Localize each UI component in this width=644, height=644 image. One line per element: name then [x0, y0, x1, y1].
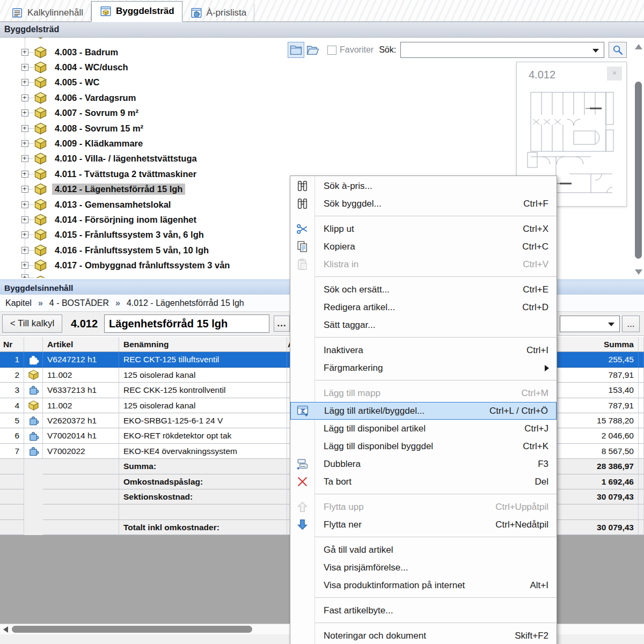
- expand-icon[interactable]: [21, 155, 28, 162]
- tab-a-prislista[interactable]: À-prislista: [182, 4, 255, 21]
- search-label: Sök:: [379, 45, 396, 55]
- breadcrumb-part[interactable]: 4.012 - Lägenhetsförråd 15 lgh: [127, 298, 244, 308]
- expand-icon[interactable]: [21, 216, 28, 223]
- expand-icon[interactable]: [21, 262, 28, 269]
- search-combobox[interactable]: [400, 42, 604, 58]
- right-combobox[interactable]: [560, 316, 620, 332]
- expand-icon[interactable]: [21, 140, 28, 147]
- expand-icon[interactable]: [21, 94, 28, 101]
- column-header-nr[interactable]: Nr: [0, 337, 24, 352]
- menu-item[interactable]: Gå till vald artikel: [290, 541, 557, 559]
- scrollbar-thumb[interactable]: [12, 626, 252, 633]
- duplicate-icon: [290, 455, 314, 473]
- menu-item[interactable]: [290, 334, 557, 341]
- tree-item[interactable]: 4.007 - Sovrum 9 m²: [0, 106, 301, 121]
- menu-item[interactable]: Flytta ner Ctrl+Nedåtpil: [290, 516, 557, 533]
- tree-item[interactable]: [0, 38, 301, 45]
- expand-icon[interactable]: [21, 79, 28, 86]
- cell-artikel: V7002014 h1: [43, 428, 119, 443]
- tree-item[interactable]: 4.003 - Badrum: [0, 45, 301, 60]
- tab-byggdelstrad[interactable]: Byggdelsträd: [91, 1, 182, 22]
- tree-item[interactable]: 4.017 - Ombyggnad frånluftssystem 3 vån: [0, 258, 301, 273]
- column-header-summa[interactable]: Summa: [558, 337, 639, 352]
- menu-item[interactable]: Ta bort Del: [290, 473, 557, 491]
- menu-item[interactable]: Visa produktinformation på internet Alt+…: [290, 576, 557, 594]
- scroll-left-icon[interactable]: [3, 626, 8, 633]
- menu-item[interactable]: Noteringar och dokument Skift+F2: [290, 627, 557, 644]
- back-to-calc-button[interactable]: < Till kalkyl: [2, 314, 62, 333]
- scrollbar-thumb[interactable]: [635, 82, 642, 259]
- menu-item[interactable]: Visa prisjämförelse...: [290, 559, 557, 576]
- column-header-benamning[interactable]: Benämning: [119, 337, 287, 352]
- menu-item[interactable]: Redigera artikel... Ctrl+D: [290, 298, 557, 316]
- menu-item[interactable]: Kopiera Ctrl+C: [290, 238, 557, 255]
- menu-item[interactable]: Sök byggdel... Ctrl+F: [290, 195, 557, 213]
- menu-item[interactable]: [290, 491, 557, 498]
- menu-item[interactable]: Sök à-pris...: [290, 177, 557, 195]
- scroll-down-icon[interactable]: [635, 269, 642, 275]
- tree-item[interactable]: 4.008 - Sovrum 15 m²: [0, 121, 301, 136]
- search-button[interactable]: [609, 42, 627, 58]
- menu-item-shortcut: Ctrl+C: [522, 241, 557, 252]
- expand-icon[interactable]: [21, 49, 28, 56]
- menu-item[interactable]: [290, 377, 557, 384]
- tree-item[interactable]: 4.011 - Tvättstuga 2 tvättmaskiner: [0, 166, 301, 181]
- expand-icon[interactable]: [21, 247, 28, 254]
- menu-item-shortcut: Alt+I: [530, 580, 557, 591]
- menu-item-shortcut: Ctrl+K: [523, 441, 557, 452]
- tree-item[interactable]: [0, 273, 301, 278]
- tree-item[interactable]: 4.016 - Frånluftssystem 5 vån, 10 lgh: [0, 243, 301, 258]
- expand-icon[interactable]: [21, 201, 28, 208]
- menu-item[interactable]: Klipp ut Ctrl+X: [290, 220, 557, 238]
- expand-icon[interactable]: [21, 125, 28, 132]
- cell-summa: 8 567,50: [558, 444, 639, 459]
- expand-icon[interactable]: [21, 274, 28, 278]
- column-header-artikel[interactable]: Artikel: [43, 337, 119, 352]
- menu-item[interactable]: Färgmarkering: [290, 359, 557, 377]
- breadcrumb-part[interactable]: Kapitel: [5, 298, 32, 308]
- breadcrumb-part[interactable]: 4 - BOSTÄDER: [49, 298, 109, 308]
- tree-item[interactable]: 4.005 - WC: [0, 75, 301, 90]
- menu-item[interactable]: Lägg till artikel/byggdel... Ctrl+L / Ct…: [290, 402, 557, 420]
- tree-item[interactable]: 4.009 - Klädkammare: [0, 136, 301, 151]
- expand-icon[interactable]: [21, 171, 28, 178]
- tree-item[interactable]: 4.014 - Försörjning inom lägenhet: [0, 212, 301, 227]
- column-header-icon[interactable]: [24, 337, 43, 352]
- menu-item[interactable]: [290, 594, 557, 602]
- expand-icon[interactable]: [21, 186, 28, 193]
- right-more-button[interactable]: ...: [622, 316, 640, 332]
- expand-icon[interactable]: [21, 64, 28, 71]
- cube-icon: [33, 167, 48, 181]
- chevron-down-icon[interactable]: [592, 49, 599, 53]
- more-button[interactable]: ...: [274, 316, 290, 332]
- expand-icon[interactable]: [21, 109, 28, 116]
- search-input[interactable]: [401, 42, 588, 57]
- close-icon[interactable]: ×: [607, 67, 622, 80]
- menu-item[interactable]: Dubblera F3: [290, 455, 557, 473]
- folder-closed-button[interactable]: [288, 42, 304, 58]
- expand-icon[interactable]: [21, 231, 28, 238]
- tree-item[interactable]: 4.015 - Frånluftssystem 3 vån, 6 lgh: [0, 228, 301, 243]
- menu-item[interactable]: [290, 273, 557, 281]
- section-name-input[interactable]: [104, 314, 269, 333]
- menu-item[interactable]: Sätt taggar...: [290, 316, 557, 334]
- scroll-up-icon[interactable]: [635, 44, 642, 49]
- tree-item[interactable]: 4.006 - Vardagsrum: [0, 90, 301, 105]
- favorites-checkbox[interactable]: [327, 46, 336, 55]
- folder-open-button[interactable]: [304, 42, 321, 58]
- tree-item[interactable]: 4.010 - Villa- / lägenhetstvättstuga: [0, 151, 301, 166]
- tab-kalkylinnehall[interactable]: Kalkylinnehåll: [3, 4, 91, 21]
- menu-item-label: Lägg till disponibel byggdel: [324, 441, 523, 452]
- menu-item[interactable]: [290, 533, 557, 541]
- menu-item[interactable]: Fast artikelbyte...: [290, 602, 557, 619]
- tree-item[interactable]: 4.012 - Lägenhetsförråd 15 lgh: [0, 182, 301, 197]
- menu-item[interactable]: Sök och ersätt... Ctrl+E: [290, 281, 557, 298]
- menu-item[interactable]: Lägg till disponibel artikel Ctrl+J: [290, 420, 557, 437]
- menu-item[interactable]: [290, 213, 557, 220]
- tree-item[interactable]: 4.013 - Gemensamhetslokal: [0, 197, 301, 212]
- tree-item[interactable]: 4.004 - WC/dusch: [0, 60, 301, 75]
- chevron-down-icon[interactable]: [608, 323, 614, 326]
- menu-item[interactable]: Lägg till disponibel byggdel Ctrl+K: [290, 437, 557, 455]
- menu-item[interactable]: [290, 619, 557, 627]
- menu-item[interactable]: Inaktivera Ctrl+I: [290, 341, 557, 359]
